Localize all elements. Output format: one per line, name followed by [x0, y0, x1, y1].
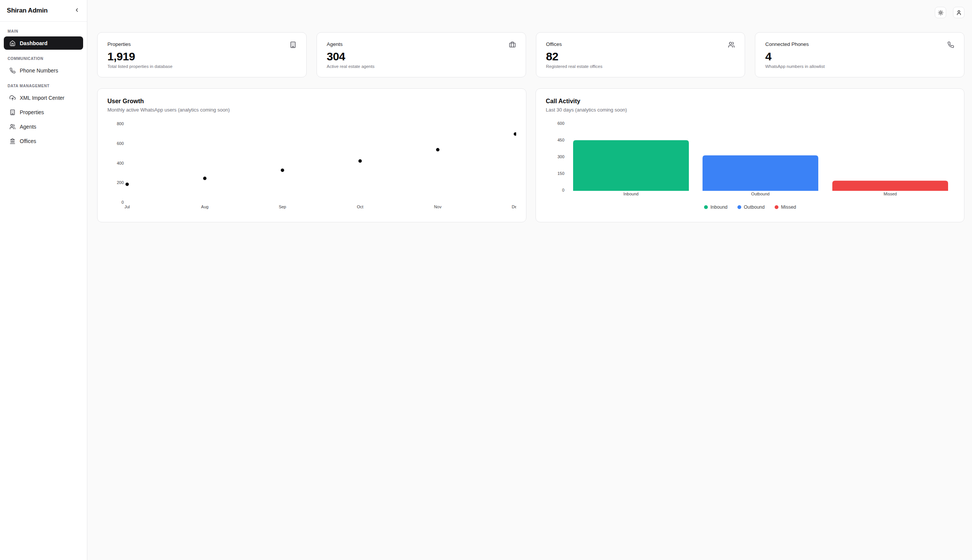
chart-subtitle: Last 30 days (analytics coming soon) — [546, 107, 954, 113]
svg-text:600: 600 — [557, 121, 564, 126]
stat-card-properties: Properties1,919Total listed properties i… — [97, 32, 307, 77]
call-activity-chart: 0150300450600InboundOutboundMissed — [546, 115, 954, 201]
sidebar-item-dashboard[interactable]: Dashboard — [4, 37, 83, 50]
nav-section: COMMUNICATIONPhone Numbers — [4, 57, 83, 77]
stat-value: 304 — [327, 50, 516, 63]
sidebar-item-label: Phone Numbers — [20, 68, 58, 73]
sidebar-item-label: Agents — [20, 124, 37, 130]
sidebar-collapse-button[interactable] — [72, 6, 82, 15]
svg-text:300: 300 — [557, 154, 564, 159]
home-icon — [10, 40, 15, 46]
svg-text:450: 450 — [557, 138, 564, 142]
stat-card-agents: Agents304Active real estate agents — [317, 32, 526, 77]
svg-text:200: 200 — [117, 180, 124, 185]
sidebar-header: Shiran Admin — [0, 0, 87, 22]
svg-text:600: 600 — [117, 141, 124, 146]
sidebar-item-label: Properties — [20, 109, 44, 115]
user-icon — [956, 10, 962, 15]
chart-legend: InboundOutboundMissed — [546, 205, 954, 210]
nav-section: MAINDashboard — [4, 29, 83, 50]
svg-text:400: 400 — [117, 161, 124, 165]
charts-grid: User Growth Monthly active WhatsApp user… — [97, 88, 964, 222]
svg-text:Inbound: Inbound — [624, 192, 639, 196]
sidebar-item-offices[interactable]: Offices — [4, 134, 83, 148]
svg-text:Jul: Jul — [125, 205, 130, 209]
svg-text:Nov: Nov — [434, 205, 442, 209]
stat-card-connected-phones: Connected Phones4WhatsApp numbers in all… — [755, 32, 964, 77]
stat-value: 82 — [546, 50, 735, 63]
scatter-point-dec — [514, 132, 517, 136]
legend-item-missed: Missed — [775, 205, 796, 210]
stat-card-offices: Offices82Registered real estate offices — [536, 32, 745, 77]
sidebar: Shiran Admin MAINDashboardCOMMUNICATIONP… — [0, 0, 87, 560]
stat-label: Agents — [327, 42, 343, 47]
stat-value: 1,919 — [107, 50, 297, 63]
sidebar-item-xml-import-center[interactable]: XML Import Center — [4, 91, 83, 104]
building-icon — [10, 109, 15, 115]
users-icon — [10, 124, 15, 130]
svg-text:Oct: Oct — [357, 205, 363, 209]
scatter-point-nov — [436, 148, 440, 152]
stat-description: Total listed properties in database — [107, 64, 297, 69]
stat-label: Connected Phones — [765, 42, 809, 47]
svg-text:Dec: Dec — [512, 205, 516, 209]
nav-section-label: DATA MANAGEMENT — [4, 84, 83, 88]
user-growth-chart: 0200400600800JulAugSepOctNovDec — [107, 115, 516, 212]
user-menu-button[interactable] — [953, 7, 964, 18]
sidebar-item-phone-numbers[interactable]: Phone Numbers — [4, 64, 83, 77]
stat-description: Active real estate agents — [327, 64, 516, 69]
legend-label: Missed — [781, 205, 796, 210]
main-content: Properties1,919Total listed properties i… — [87, 0, 972, 560]
bar-missed — [832, 181, 948, 191]
nav-section-label: COMMUNICATION — [4, 57, 83, 61]
topbar — [97, 7, 964, 18]
chart-subtitle: Monthly active WhatsApp users (analytics… — [107, 107, 516, 113]
stat-card-header: Properties — [107, 42, 297, 48]
stat-label: Offices — [546, 42, 562, 47]
briefcase-icon — [509, 42, 516, 48]
svg-text:150: 150 — [557, 171, 564, 176]
chart-title: User Growth — [107, 98, 516, 105]
stat-card-header: Offices — [546, 42, 735, 48]
svg-text:Missed: Missed — [884, 192, 897, 196]
legend-label: Outbound — [744, 205, 765, 210]
sidebar-item-label: XML Import Center — [20, 95, 65, 101]
app-title: Shiran Admin — [7, 7, 47, 14]
legend-dot — [737, 205, 741, 209]
svg-text:800: 800 — [117, 122, 124, 126]
theme-toggle-button[interactable] — [935, 7, 946, 18]
users-icon — [728, 42, 735, 48]
svg-text:Sep: Sep — [278, 205, 286, 209]
svg-text:Outbound: Outbound — [751, 192, 769, 196]
stats-grid: Properties1,919Total listed properties i… — [97, 32, 964, 77]
user-growth-card: User Growth Monthly active WhatsApp user… — [97, 88, 527, 222]
stat-card-header: Agents — [327, 42, 516, 48]
legend-item-outbound: Outbound — [737, 205, 765, 210]
bar-outbound — [702, 155, 818, 191]
sidebar-item-label: Offices — [20, 138, 36, 144]
phone-icon — [947, 42, 954, 48]
nav-section: DATA MANAGEMENTXML Import CenterProperti… — [4, 84, 83, 148]
landmark-icon — [10, 138, 15, 144]
sidebar-item-label: Dashboard — [20, 40, 47, 46]
legend-dot — [775, 205, 779, 209]
svg-text:0: 0 — [562, 188, 564, 192]
scatter-point-jul — [126, 182, 129, 186]
scatter-point-oct — [358, 159, 362, 163]
sidebar-item-agents[interactable]: Agents — [4, 120, 83, 133]
stat-value: 4 — [765, 50, 954, 63]
building-icon — [290, 42, 297, 48]
call-activity-card: Call Activity Last 30 days (analytics co… — [535, 88, 964, 222]
svg-text:Aug: Aug — [201, 205, 209, 209]
nav-section-label: MAIN — [4, 29, 83, 33]
bar-inbound — [573, 140, 689, 191]
legend-item-inbound: Inbound — [704, 205, 728, 210]
phone-icon — [10, 68, 15, 73]
sun-icon — [938, 10, 944, 15]
sidebar-item-properties[interactable]: Properties — [4, 105, 83, 119]
sidebar-nav: MAINDashboardCOMMUNICATIONPhone NumbersD… — [0, 22, 87, 160]
stat-card-header: Connected Phones — [765, 42, 954, 48]
legend-label: Inbound — [710, 205, 728, 210]
scatter-point-aug — [203, 177, 207, 180]
stat-description: WhatsApp numbers in allowlist — [765, 64, 954, 69]
